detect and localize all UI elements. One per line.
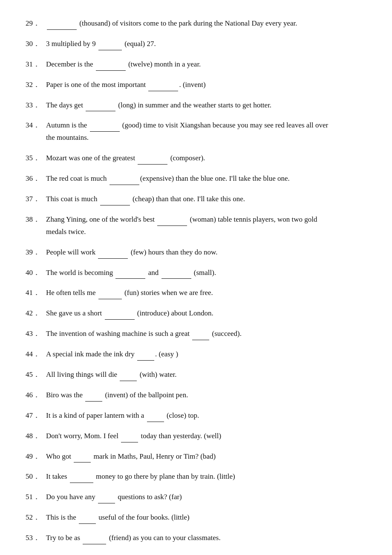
question-item: 52．This is the useful of the four books.… <box>26 511 366 524</box>
question-number: 33． <box>26 99 46 112</box>
answer-blank <box>121 430 138 442</box>
question-text: December is the (twelve) month in a year… <box>46 58 366 71</box>
question-item: 32．Paper is one of the most important . … <box>26 78 366 91</box>
question-text: (thousand) of visitors come to the park … <box>46 17 366 30</box>
question-item: 30．3 multiplied by 9 (equal) 27. <box>26 38 366 50</box>
question-text: Zhang Yining, one of the world's best (w… <box>46 213 366 238</box>
question-item: 46．Biro was the (invent) of the ballpoin… <box>26 389 366 402</box>
question-number: 41． <box>26 287 46 299</box>
question-text: He often tells me (fun) stories when we … <box>46 286 366 299</box>
question-item: 50．It takes money to go there by plane t… <box>26 470 366 483</box>
question-item: 29． (thousand) of visitors come to the p… <box>26 17 366 30</box>
question-number: 46． <box>26 389 46 402</box>
question-text: A special ink made the ink dry . (easy ) <box>46 348 366 361</box>
answer-blank <box>47 17 77 30</box>
question-item: 47．It is a kind of paper lantern with a … <box>26 409 366 422</box>
question-text: Who got mark in Maths, Paul, Henry or Ti… <box>46 450 366 463</box>
question-number: 53． <box>26 532 46 544</box>
question-text: The red coat is much (expensive) than th… <box>46 172 366 185</box>
question-text: Do you have any questions to ask? (far) <box>46 491 366 503</box>
question-number: 38． <box>26 214 46 226</box>
question-number: 42． <box>26 307 46 320</box>
question-number: 47． <box>26 410 46 422</box>
question-number: 35． <box>26 152 46 165</box>
question-item: 42．She gave us a short (introduce) about… <box>26 307 366 320</box>
question-item: 54．This film is (education). Students ca… <box>26 552 366 555</box>
answer-blank <box>82 552 112 555</box>
answer-blank <box>105 307 135 320</box>
answer-blank <box>115 266 145 279</box>
question-text: Don't worry, Mom. I feel today than yest… <box>46 430 366 442</box>
question-text: It is a kind of paper lantern with a (cl… <box>46 409 366 422</box>
question-number: 48． <box>26 430 46 442</box>
question-item: 35．Mozart was one of the greatest (compo… <box>26 152 366 165</box>
question-number: 34． <box>26 119 46 132</box>
question-continuation: the mountains. <box>46 132 366 144</box>
question-number: 32． <box>26 79 46 91</box>
question-number: 49． <box>26 451 46 463</box>
answer-blank <box>147 409 164 422</box>
question-item: 38．Zhang Yining, one of the world's best… <box>26 213 366 238</box>
question-item: 45．All living things will die (with) wat… <box>26 368 366 381</box>
question-item: 34．Autumn is the (good) time to visit Xi… <box>26 119 366 144</box>
question-item: 43．The invention of washing machine is s… <box>26 327 366 340</box>
answer-blank <box>96 58 126 71</box>
question-item: 53．Try to be as (friend) as you can to y… <box>26 532 366 544</box>
question-number: 45． <box>26 369 46 381</box>
question-item: 49．Who got mark in Maths, Paul, Henry or… <box>26 450 366 463</box>
answer-blank <box>98 246 128 259</box>
question-number: 54． <box>26 552 46 555</box>
answer-blank <box>192 327 209 340</box>
question-text: This film is (education). Students can l… <box>46 552 366 555</box>
question-number: 43． <box>26 328 46 340</box>
answer-blank <box>90 119 120 132</box>
question-item: 31．December is the (twelve) month in a y… <box>26 58 366 71</box>
question-text: She gave us a short (introduce) about Lo… <box>46 307 366 320</box>
question-item: 36．The red coat is much (expensive) than… <box>26 172 366 185</box>
question-text: Try to be as (friend) as you can to your… <box>46 532 366 544</box>
question-text: People will work (few) hours than they d… <box>46 246 366 259</box>
answer-blank <box>161 266 191 279</box>
question-number: 30． <box>26 38 46 50</box>
answer-blank <box>137 348 154 361</box>
question-text: 3 multiplied by 9 (equal) 27. <box>46 38 366 50</box>
question-text: Biro was the (invent) of the ballpoint p… <box>46 389 366 402</box>
answer-blank <box>120 368 137 381</box>
question-item: 44．A special ink made the ink dry . (eas… <box>26 348 366 361</box>
question-item: 41．He often tells me (fun) stories when … <box>26 286 366 299</box>
question-number: 51． <box>26 491 46 503</box>
question-list: 29． (thousand) of visitors come to the p… <box>26 17 366 555</box>
answer-blank <box>79 511 96 524</box>
question-number: 40． <box>26 267 46 279</box>
question-number: 31． <box>26 58 46 71</box>
question-number: 50． <box>26 471 46 483</box>
question-item: 33．The days get (long) in summer and the… <box>26 99 366 112</box>
answer-blank <box>83 532 106 544</box>
question-item: 40．The world is becoming and (small). <box>26 266 366 279</box>
question-number: 44． <box>26 348 46 361</box>
question-number: 39． <box>26 246 46 259</box>
question-text: Autumn is the (good) time to visit Xiang… <box>46 119 366 144</box>
answer-blank <box>148 78 178 91</box>
question-text: The world is becoming and (small). <box>46 266 366 279</box>
answer-blank <box>157 213 187 226</box>
answer-blank <box>98 491 115 503</box>
question-number: 36． <box>26 173 46 185</box>
question-text: This is the useful of the four books. (l… <box>46 511 366 524</box>
question-item: 39．People will work (few) hours than the… <box>26 246 366 259</box>
question-text: The invention of washing machine is such… <box>46 327 366 340</box>
question-number: 52． <box>26 512 46 524</box>
question-text: All living things will die (with) water. <box>46 368 366 381</box>
answer-blank <box>100 193 130 205</box>
answer-blank <box>138 152 167 165</box>
answer-blank <box>98 38 122 50</box>
question-text: This coat is much (cheap) than that one.… <box>46 193 366 205</box>
question-item: 48．Don't worry, Mom. I feel today than y… <box>26 430 366 442</box>
question-item: 37．This coat is much (cheap) than that o… <box>26 193 366 205</box>
question-text: Paper is one of the most important . (in… <box>46 78 366 91</box>
question-number: 29． <box>26 17 46 30</box>
question-continuation: medals twice. <box>46 226 366 238</box>
question-item: 51．Do you have any questions to ask? (fa… <box>26 491 366 503</box>
answer-blank <box>86 99 115 112</box>
answer-blank <box>98 286 122 299</box>
